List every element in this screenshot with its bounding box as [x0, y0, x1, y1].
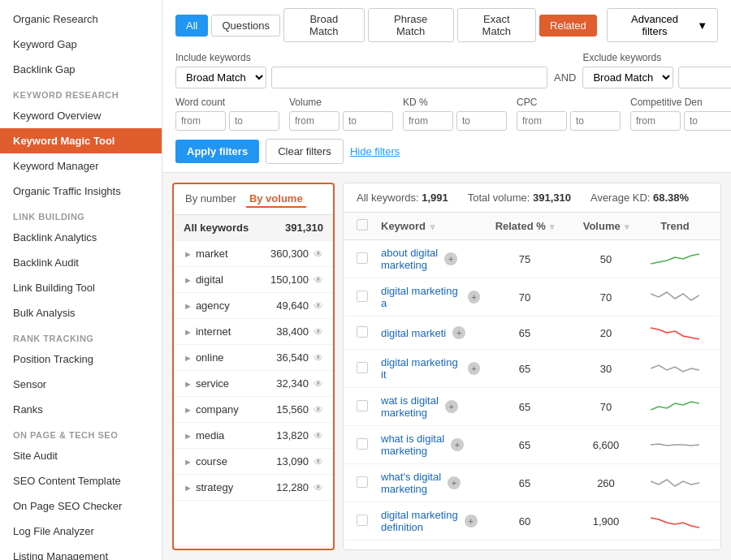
sidebar-item-log-file-analyzer[interactable]: Log File Analyzer: [0, 519, 162, 544]
add-keyword-icon-1[interactable]: +: [444, 252, 457, 265]
sidebar-item-position-tracking[interactable]: Position Tracking: [0, 347, 162, 372]
tab-by-number[interactable]: By number: [182, 191, 240, 208]
word-count-from[interactable]: [175, 111, 226, 131]
main-content: All Questions Broad Match Phrase Match E…: [162, 0, 731, 560]
volume-from[interactable]: [289, 111, 340, 131]
eye-icon-market: 👁: [314, 248, 323, 260]
sidebar-item-link-building-tool[interactable]: Link Building Tool: [0, 275, 162, 300]
sidebar-item-backlink-gap[interactable]: Backlink Gap: [0, 57, 162, 82]
include-exclude-row: Include keywords Broad Match AND Exclude…: [175, 52, 718, 88]
kd-to[interactable]: [456, 111, 507, 131]
sidebar-item-listing-management[interactable]: Listing Management: [0, 544, 162, 560]
group-row-market[interactable]: ► market 360,300 👁: [174, 241, 333, 267]
sidebar-item-keyword-gap[interactable]: Keyword Gap: [0, 32, 162, 57]
sidebar-item-backlink-analytics[interactable]: Backlink Analytics: [0, 225, 162, 250]
group-row-digital[interactable]: ► digital 150,100 👁: [174, 267, 333, 293]
related-val-1: 75: [480, 253, 569, 265]
group-row-agency[interactable]: ► agency 49,640 👁: [174, 293, 333, 319]
include-match-select[interactable]: Broad Match: [175, 67, 266, 88]
keyword-link-6[interactable]: what is digitalmarketing: [381, 433, 444, 457]
expand-icon-strategy: ►: [184, 483, 192, 493]
comp-den-label: Competitive Den: [630, 97, 731, 108]
comp-den-to[interactable]: [684, 111, 731, 131]
header-checkbox[interactable]: [357, 219, 368, 230]
sidebar-section-link-building: LINK BUILDING: [0, 204, 162, 225]
add-keyword-icon-4[interactable]: +: [468, 362, 480, 375]
group-row-company[interactable]: ► company 15,560 👁: [174, 397, 333, 423]
keyword-link-5[interactable]: wat is digitalmarketing: [381, 394, 439, 419]
trend-cell-7: [642, 473, 707, 493]
group-row-internet[interactable]: ► internet 38,400 👁: [174, 319, 333, 345]
keyword-link-3[interactable]: digital marketi: [381, 327, 446, 339]
row-checkbox-4[interactable]: [357, 362, 368, 373]
sidebar-item-keyword-magic-tool[interactable]: Keyword Magic Tool: [0, 128, 162, 153]
group-row-strategy[interactable]: ► strategy 12,280 👁: [174, 475, 333, 501]
include-keywords-input[interactable]: [271, 67, 547, 88]
sidebar-item-sensor[interactable]: Sensor: [0, 372, 162, 397]
clear-filters-button[interactable]: Clear filters: [266, 139, 344, 164]
keyword-link-1[interactable]: about digitalmarketing: [381, 247, 438, 271]
all-keywords-row[interactable]: All keywords 391,310: [174, 215, 333, 241]
row-checkbox-2[interactable]: [357, 291, 368, 302]
sidebar-item-bulk-analysis[interactable]: Bulk Analysis: [0, 300, 162, 325]
row-checkbox-1[interactable]: [357, 252, 368, 264]
eye-icon-media: 👁: [314, 430, 323, 442]
sidebar-item-organic-research[interactable]: Organic Research: [0, 6, 162, 32]
sidebar-item-backlink-audit[interactable]: Backlink Audit: [0, 250, 162, 275]
tab-questions[interactable]: Questions: [211, 15, 280, 37]
volume-to[interactable]: [343, 111, 393, 131]
row-checkbox-8[interactable]: [357, 515, 368, 526]
volume-val-3: 20: [569, 327, 642, 339]
group-row-service[interactable]: ► service 32,340 👁: [174, 371, 333, 397]
tab-phrase-match[interactable]: Phrase Match: [368, 8, 454, 42]
exclude-match-select[interactable]: Broad Match: [582, 67, 673, 88]
keyword-link-4[interactable]: digital marketing it: [381, 356, 461, 381]
group-row-course[interactable]: ► course 13,090 👁: [174, 449, 333, 475]
add-keyword-icon-5[interactable]: +: [445, 400, 458, 413]
sidebar-item-ranks[interactable]: Ranks: [0, 397, 162, 422]
add-keyword-icon-3[interactable]: +: [452, 326, 465, 339]
sidebar-item-keyword-manager[interactable]: Keyword Manager: [0, 153, 162, 179]
row-checkbox-7[interactable]: [357, 476, 368, 488]
keyword-link-2[interactable]: digital marketing a: [381, 285, 461, 309]
group-row-media[interactable]: ► media 13,820 👁: [174, 423, 333, 449]
volume-val-7: 260: [569, 477, 642, 489]
hide-filters-button[interactable]: Hide filters: [350, 145, 400, 157]
cpc-to[interactable]: [570, 111, 621, 131]
group-count-strategy: 12,280: [276, 481, 309, 493]
word-count-to[interactable]: [229, 111, 279, 131]
sidebar-item-seo-content-template[interactable]: SEO Content Template: [0, 468, 162, 493]
row-checkbox-5[interactable]: [357, 400, 368, 411]
advanced-filters-button[interactable]: Advanced filters ▼: [607, 8, 718, 42]
col-header-volume[interactable]: Volume ▿: [569, 220, 642, 232]
exclude-keywords-input[interactable]: [678, 67, 731, 88]
sidebar-item-on-page-seo-checker[interactable]: On Page SEO Checker: [0, 493, 162, 519]
row-checkbox-3[interactable]: [357, 326, 368, 338]
add-keyword-icon-6[interactable]: +: [451, 438, 464, 451]
col-header-keyword[interactable]: Keyword ▿: [381, 220, 480, 232]
row-checkbox-6[interactable]: [357, 438, 368, 450]
comp-den-from[interactable]: [630, 111, 681, 131]
total-volume-stat: Total volume: 391,310: [468, 192, 571, 204]
sidebar-item-organic-traffic-insights[interactable]: Organic Traffic Insights: [0, 179, 162, 204]
expand-icon-digital: ►: [184, 275, 192, 285]
add-keyword-icon-7[interactable]: +: [448, 476, 461, 489]
tab-broad-match[interactable]: Broad Match: [283, 8, 365, 42]
tab-all[interactable]: All: [175, 15, 208, 37]
add-keyword-icon-8[interactable]: +: [465, 515, 478, 528]
kd-from[interactable]: [403, 111, 453, 131]
keyword-link-7[interactable]: what's digitalmarketing: [381, 471, 441, 495]
sidebar-item-keyword-overview[interactable]: Keyword Overview: [0, 103, 162, 128]
add-keyword-icon-2[interactable]: +: [468, 291, 480, 304]
tab-by-volume[interactable]: By volume: [246, 191, 306, 208]
sidebar-item-site-audit[interactable]: Site Audit: [0, 443, 162, 468]
sidebar: Organic Research Keyword Gap Backlink Ga…: [0, 0, 162, 560]
table-row: digital marketi + 65 20: [344, 317, 720, 350]
tab-related[interactable]: Related: [539, 15, 597, 37]
keyword-link-8[interactable]: digital marketingdefinition: [381, 509, 458, 533]
tab-exact-match[interactable]: Exact Match: [457, 8, 536, 42]
group-row-online[interactable]: ► online 36,540 👁: [174, 345, 333, 371]
apply-filters-button[interactable]: Apply filters: [175, 140, 259, 163]
cpc-from[interactable]: [517, 111, 567, 131]
col-header-related[interactable]: Related % ▿: [480, 220, 569, 232]
